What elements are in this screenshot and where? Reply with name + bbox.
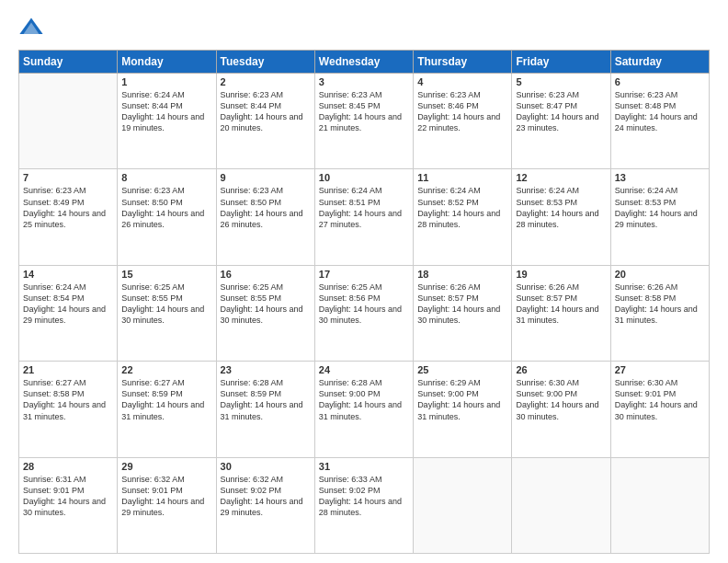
day-number: 18	[417, 269, 507, 280]
week-row-3: 14Sunrise: 6:24 AM Sunset: 8:54 PM Dayli…	[19, 265, 710, 361]
cell-info: Sunrise: 6:28 AM Sunset: 9:00 PM Dayligh…	[319, 377, 409, 422]
calendar-cell: 16Sunrise: 6:25 AM Sunset: 8:55 PM Dayli…	[216, 265, 314, 361]
cell-info: Sunrise: 6:31 AM Sunset: 9:01 PM Dayligh…	[23, 474, 113, 519]
calendar-cell: 7Sunrise: 6:23 AM Sunset: 8:49 PM Daylig…	[19, 169, 118, 265]
weekday-header-row: SundayMondayTuesdayWednesdayThursdayFrid…	[19, 51, 710, 74]
calendar-cell: 17Sunrise: 6:25 AM Sunset: 8:56 PM Dayli…	[314, 265, 413, 361]
calendar-cell: 11Sunrise: 6:24 AM Sunset: 8:52 PM Dayli…	[414, 169, 512, 265]
weekday-header-monday: Monday	[118, 51, 216, 74]
calendar-cell: 15Sunrise: 6:25 AM Sunset: 8:55 PM Dayli…	[118, 265, 216, 361]
weekday-header-thursday: Thursday	[414, 51, 512, 74]
day-number: 29	[121, 461, 211, 472]
cell-info: Sunrise: 6:23 AM Sunset: 8:46 PM Dayligh…	[417, 89, 507, 134]
day-number: 25	[417, 364, 507, 375]
calendar-cell: 13Sunrise: 6:24 AM Sunset: 8:53 PM Dayli…	[610, 169, 709, 265]
day-number: 12	[516, 172, 606, 183]
calendar-cell: 27Sunrise: 6:30 AM Sunset: 9:01 PM Dayli…	[610, 362, 709, 457]
logo-icon	[18, 15, 44, 40]
day-number: 30	[221, 461, 311, 472]
day-number: 26	[516, 364, 606, 375]
logo	[18, 15, 48, 40]
cell-info: Sunrise: 6:26 AM Sunset: 8:57 PM Dayligh…	[516, 282, 606, 327]
day-number: 9	[221, 172, 311, 183]
day-number: 17	[319, 269, 409, 280]
cell-info: Sunrise: 6:23 AM Sunset: 8:49 PM Dayligh…	[23, 185, 113, 230]
calendar-cell	[414, 457, 512, 553]
cell-info: Sunrise: 6:28 AM Sunset: 8:59 PM Dayligh…	[221, 377, 311, 422]
cell-info: Sunrise: 6:32 AM Sunset: 9:02 PM Dayligh…	[221, 474, 311, 519]
cell-info: Sunrise: 6:25 AM Sunset: 8:56 PM Dayligh…	[319, 282, 409, 327]
calendar-cell: 9Sunrise: 6:23 AM Sunset: 8:50 PM Daylig…	[216, 169, 314, 265]
cell-info: Sunrise: 6:24 AM Sunset: 8:54 PM Dayligh…	[23, 282, 113, 327]
calendar-cell: 1Sunrise: 6:24 AM Sunset: 8:44 PM Daylig…	[118, 74, 216, 169]
day-number: 24	[319, 364, 409, 375]
calendar-cell: 12Sunrise: 6:24 AM Sunset: 8:53 PM Dayli…	[512, 169, 610, 265]
day-number: 7	[23, 172, 113, 183]
calendar-cell: 24Sunrise: 6:28 AM Sunset: 9:00 PM Dayli…	[314, 362, 413, 457]
day-number: 31	[319, 461, 409, 472]
calendar-cell	[512, 457, 610, 553]
calendar-cell	[610, 457, 709, 553]
day-number: 23	[221, 364, 311, 375]
weekday-header-sunday: Sunday	[19, 51, 118, 74]
weekday-header-saturday: Saturday	[610, 51, 709, 74]
day-number: 15	[121, 269, 211, 280]
cell-info: Sunrise: 6:30 AM Sunset: 9:01 PM Dayligh…	[615, 377, 705, 422]
day-number: 21	[23, 364, 113, 375]
day-number: 3	[319, 76, 409, 87]
header	[18, 15, 710, 40]
calendar-cell: 10Sunrise: 6:24 AM Sunset: 8:51 PM Dayli…	[314, 169, 413, 265]
cell-info: Sunrise: 6:23 AM Sunset: 8:50 PM Dayligh…	[221, 185, 311, 230]
cell-info: Sunrise: 6:23 AM Sunset: 8:50 PM Dayligh…	[121, 185, 211, 230]
calendar-cell: 28Sunrise: 6:31 AM Sunset: 9:01 PM Dayli…	[19, 457, 118, 553]
cell-info: Sunrise: 6:27 AM Sunset: 8:58 PM Dayligh…	[23, 377, 113, 422]
day-number: 10	[319, 172, 409, 183]
calendar-cell: 2Sunrise: 6:23 AM Sunset: 8:44 PM Daylig…	[216, 74, 314, 169]
cell-info: Sunrise: 6:24 AM Sunset: 8:52 PM Dayligh…	[417, 185, 507, 230]
day-number: 4	[417, 76, 507, 87]
calendar-cell: 20Sunrise: 6:26 AM Sunset: 8:58 PM Dayli…	[610, 265, 709, 361]
cell-info: Sunrise: 6:26 AM Sunset: 8:58 PM Dayligh…	[615, 282, 705, 327]
calendar-cell: 26Sunrise: 6:30 AM Sunset: 9:00 PM Dayli…	[512, 362, 610, 457]
calendar-cell: 14Sunrise: 6:24 AM Sunset: 8:54 PM Dayli…	[19, 265, 118, 361]
calendar-cell	[19, 74, 118, 169]
cell-info: Sunrise: 6:30 AM Sunset: 9:00 PM Dayligh…	[516, 377, 606, 422]
cell-info: Sunrise: 6:23 AM Sunset: 8:45 PM Dayligh…	[319, 89, 409, 134]
day-number: 14	[23, 269, 113, 280]
weekday-header-tuesday: Tuesday	[216, 51, 314, 74]
day-number: 8	[121, 172, 211, 183]
weekday-header-wednesday: Wednesday	[314, 51, 413, 74]
calendar-cell: 8Sunrise: 6:23 AM Sunset: 8:50 PM Daylig…	[118, 169, 216, 265]
page: SundayMondayTuesdayWednesdayThursdayFrid…	[0, 0, 728, 563]
calendar-cell: 18Sunrise: 6:26 AM Sunset: 8:57 PM Dayli…	[414, 265, 512, 361]
cell-info: Sunrise: 6:32 AM Sunset: 9:01 PM Dayligh…	[121, 474, 211, 519]
calendar-cell: 6Sunrise: 6:23 AM Sunset: 8:48 PM Daylig…	[610, 74, 709, 169]
day-number: 20	[615, 269, 705, 280]
day-number: 19	[516, 269, 606, 280]
calendar-cell: 31Sunrise: 6:33 AM Sunset: 9:02 PM Dayli…	[314, 457, 413, 553]
calendar-cell: 5Sunrise: 6:23 AM Sunset: 8:47 PM Daylig…	[512, 74, 610, 169]
weekday-header-friday: Friday	[512, 51, 610, 74]
calendar-table: SundayMondayTuesdayWednesdayThursdayFrid…	[18, 50, 710, 554]
day-number: 22	[121, 364, 211, 375]
calendar-cell: 3Sunrise: 6:23 AM Sunset: 8:45 PM Daylig…	[314, 74, 413, 169]
week-row-4: 21Sunrise: 6:27 AM Sunset: 8:58 PM Dayli…	[19, 362, 710, 457]
cell-info: Sunrise: 6:23 AM Sunset: 8:47 PM Dayligh…	[516, 89, 606, 134]
calendar-cell: 25Sunrise: 6:29 AM Sunset: 9:00 PM Dayli…	[414, 362, 512, 457]
cell-info: Sunrise: 6:24 AM Sunset: 8:53 PM Dayligh…	[615, 185, 705, 230]
cell-info: Sunrise: 6:26 AM Sunset: 8:57 PM Dayligh…	[417, 282, 507, 327]
calendar-cell: 22Sunrise: 6:27 AM Sunset: 8:59 PM Dayli…	[118, 362, 216, 457]
day-number: 2	[221, 76, 311, 87]
week-row-2: 7Sunrise: 6:23 AM Sunset: 8:49 PM Daylig…	[19, 169, 710, 265]
cell-info: Sunrise: 6:25 AM Sunset: 8:55 PM Dayligh…	[221, 282, 311, 327]
cell-info: Sunrise: 6:23 AM Sunset: 8:48 PM Dayligh…	[615, 89, 705, 134]
calendar-cell: 30Sunrise: 6:32 AM Sunset: 9:02 PM Dayli…	[216, 457, 314, 553]
day-number: 16	[221, 269, 311, 280]
day-number: 1	[121, 76, 211, 87]
cell-info: Sunrise: 6:29 AM Sunset: 9:00 PM Dayligh…	[417, 377, 507, 422]
day-number: 11	[417, 172, 507, 183]
calendar-cell: 21Sunrise: 6:27 AM Sunset: 8:58 PM Dayli…	[19, 362, 118, 457]
cell-info: Sunrise: 6:27 AM Sunset: 8:59 PM Dayligh…	[121, 377, 211, 422]
calendar-cell: 23Sunrise: 6:28 AM Sunset: 8:59 PM Dayli…	[216, 362, 314, 457]
day-number: 5	[516, 76, 606, 87]
